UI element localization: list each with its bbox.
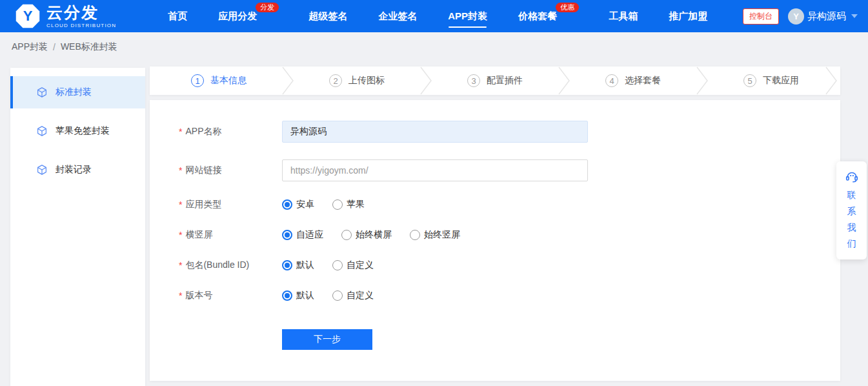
sidebar-item-label: 标准封装 bbox=[56, 86, 92, 98]
field-label: * 版本号 bbox=[179, 290, 282, 301]
field-label: * APP名称 bbox=[179, 126, 282, 137]
radio-version-custom[interactable]: 自定义 bbox=[332, 290, 374, 301]
nav-item-super-sign[interactable]: 超级签名 bbox=[308, 0, 347, 32]
contact-us-label: 联系我们 bbox=[847, 187, 857, 252]
step-download-app: 5 下载应用 bbox=[702, 66, 840, 95]
step-chevron-icon bbox=[281, 66, 295, 95]
radio-label: 始终竖屏 bbox=[424, 229, 460, 241]
step-upload-icon: 2 上传图标 bbox=[288, 66, 426, 95]
user-avatar[interactable]: Y bbox=[788, 8, 804, 25]
radio-unselected-icon bbox=[332, 260, 343, 270]
headset-icon bbox=[845, 169, 859, 183]
radio-label: 自适应 bbox=[296, 229, 323, 241]
cube-icon bbox=[36, 164, 48, 176]
radio-label: 默认 bbox=[296, 290, 314, 301]
nav-item-affiliate[interactable]: 推广加盟 bbox=[669, 0, 707, 32]
radio-label: 默认 bbox=[296, 259, 314, 271]
radio-unselected-icon bbox=[332, 199, 343, 210]
step-number: 2 bbox=[329, 74, 342, 87]
field-label-text: 包名(Bundle ID) bbox=[185, 259, 249, 271]
radio-selected-icon bbox=[282, 290, 292, 301]
user-name[interactable]: 异构源码 bbox=[807, 10, 846, 23]
chevron-down-icon[interactable] bbox=[851, 14, 858, 18]
required-marker: * bbox=[179, 230, 182, 240]
radio-bundle-default[interactable]: 默认 bbox=[282, 259, 314, 271]
app-logo[interactable]: Y 云分发 CLOUD DISTRIBUTION bbox=[15, 4, 116, 28]
step-number: 1 bbox=[191, 74, 204, 87]
radio-selected-icon bbox=[282, 199, 292, 210]
field-label: * 网站链接 bbox=[179, 165, 282, 176]
discount-badge: 优惠 bbox=[556, 3, 579, 12]
next-step-button[interactable]: 下一步 bbox=[282, 329, 372, 350]
basic-info-form: * APP名称 * 网站链接 * 应用类型 安卓 苹果 * 横竖屏 bbox=[150, 100, 840, 381]
logo-text: 云分发 CLOUD DISTRIBUTION bbox=[46, 5, 116, 28]
logo-mark-icon: Y bbox=[15, 4, 40, 28]
cube-icon bbox=[36, 125, 48, 137]
form-row-app-name: * APP名称 bbox=[179, 121, 840, 143]
step-label: 基本信息 bbox=[210, 75, 247, 86]
nav-item-label: 价格套餐 bbox=[518, 10, 557, 21]
radio-label: 苹果 bbox=[347, 199, 365, 210]
nav-item-enterprise-sign[interactable]: 企业签名 bbox=[378, 0, 417, 32]
logo-title: 云分发 bbox=[46, 5, 116, 21]
step-wizard: 1 基本信息 2 上传图标 3 配置插件 4 选择套餐 5 下载应用 bbox=[150, 66, 840, 95]
sidebar-item-packaging-records[interactable]: 封装记录 bbox=[10, 154, 145, 186]
web-app-packaging-page: { "theme": { "nav_blue": "#0b6cee", "lin… bbox=[0, 0, 868, 386]
radio-label: 自定义 bbox=[347, 290, 374, 301]
nav-item-app-packaging[interactable]: APP封装 bbox=[448, 0, 487, 32]
radio-always-portrait[interactable]: 始终竖屏 bbox=[410, 229, 460, 241]
breadcrumb-app-packaging[interactable]: APP封装 bbox=[12, 41, 48, 53]
radio-label: 自定义 bbox=[347, 259, 374, 271]
form-row-website-url: * 网站链接 bbox=[179, 159, 840, 181]
radio-apple[interactable]: 苹果 bbox=[332, 199, 365, 210]
step-chevron-icon bbox=[824, 66, 838, 95]
field-label-text: 横竖屏 bbox=[185, 229, 212, 241]
field-label-text: 网站链接 bbox=[185, 165, 221, 176]
radio-always-landscape[interactable]: 始终横屏 bbox=[341, 229, 392, 241]
nav-item-pricing[interactable]: 价格套餐 优惠 bbox=[518, 0, 557, 32]
required-marker: * bbox=[179, 260, 182, 270]
main-nav: 首页 应用分发 分发 超级签名 企业签名 APP封装 价格套餐 优惠 工具箱 推… bbox=[152, 0, 723, 32]
radio-bundle-custom[interactable]: 自定义 bbox=[332, 259, 374, 271]
nav-item-app-distribution[interactable]: 应用分发 分发 bbox=[218, 0, 257, 32]
step-label: 下载应用 bbox=[763, 75, 799, 86]
radio-version-default[interactable]: 默认 bbox=[282, 290, 314, 301]
step-choose-plan: 4 选择套餐 bbox=[564, 66, 702, 95]
top-nav-bar: Y 云分发 CLOUD DISTRIBUTION 首页 应用分发 分发 超级签名… bbox=[0, 0, 868, 32]
form-row-orientation: * 横竖屏 自适应 始终横屏 始终竖屏 bbox=[179, 229, 840, 241]
radio-selected-icon bbox=[282, 230, 292, 240]
sidebar-item-label: 封装记录 bbox=[56, 164, 92, 176]
app-name-input[interactable] bbox=[282, 121, 588, 143]
step-chevron-icon bbox=[557, 66, 571, 95]
radio-selected-icon bbox=[282, 260, 292, 270]
field-label-text: 应用类型 bbox=[185, 199, 221, 210]
distribution-badge: 分发 bbox=[256, 3, 279, 12]
form-row-app-type: * 应用类型 安卓 苹果 bbox=[179, 198, 840, 211]
sidebar-item-apple-signfree-packaging[interactable]: 苹果免签封装 bbox=[10, 115, 145, 147]
website-url-input[interactable] bbox=[282, 159, 588, 181]
step-label: 配置插件 bbox=[487, 75, 523, 86]
contact-us-widget[interactable]: 联系我们 bbox=[836, 161, 867, 259]
sidebar-item-label: 苹果免签封装 bbox=[56, 125, 110, 137]
nav-item-home[interactable]: 首页 bbox=[168, 0, 187, 32]
step-chevron-icon bbox=[695, 66, 709, 95]
console-button[interactable]: 控制台 bbox=[743, 8, 779, 25]
step-label: 上传图标 bbox=[348, 75, 385, 86]
top-nav-right: 控制台 Y 异构源码 bbox=[743, 0, 858, 32]
radio-adaptive[interactable]: 自适应 bbox=[282, 229, 323, 241]
breadcrumb-separator: / bbox=[53, 42, 56, 52]
nav-item-toolbox[interactable]: 工具箱 bbox=[609, 0, 638, 32]
field-label: * 应用类型 bbox=[179, 199, 282, 210]
step-chevron-icon bbox=[419, 66, 433, 95]
sidebar-item-standard-packaging[interactable]: 标准封装 bbox=[10, 76, 145, 108]
cube-icon bbox=[36, 86, 48, 98]
breadcrumb: APP封装 / WEB标准封装 bbox=[12, 32, 117, 61]
required-marker: * bbox=[179, 290, 182, 301]
field-label: * 横竖屏 bbox=[179, 229, 282, 241]
radio-label: 安卓 bbox=[296, 199, 314, 210]
form-row-bundle-id: * 包名(Bundle ID) 默认 自定义 bbox=[179, 259, 840, 272]
radio-android[interactable]: 安卓 bbox=[282, 199, 314, 210]
step-number: 4 bbox=[605, 74, 618, 87]
required-marker: * bbox=[179, 199, 182, 210]
required-marker: * bbox=[179, 165, 182, 176]
